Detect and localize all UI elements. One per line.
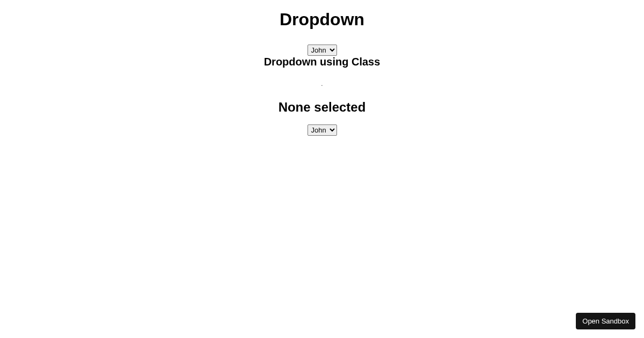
separator-dot: . <box>0 81 644 87</box>
open-sandbox-button[interactable]: Open Sandbox <box>576 313 635 329</box>
dropdown-select-2[interactable]: John <box>308 124 337 136</box>
main-container: Dropdown John Dropdown using Class . Non… <box>0 0 644 136</box>
heading-class: Dropdown using Class <box>0 56 644 68</box>
heading-dropdown: Dropdown <box>0 10 644 30</box>
dropdown-select-1[interactable]: John <box>308 45 337 56</box>
heading-none-selected: None selected <box>0 100 644 115</box>
